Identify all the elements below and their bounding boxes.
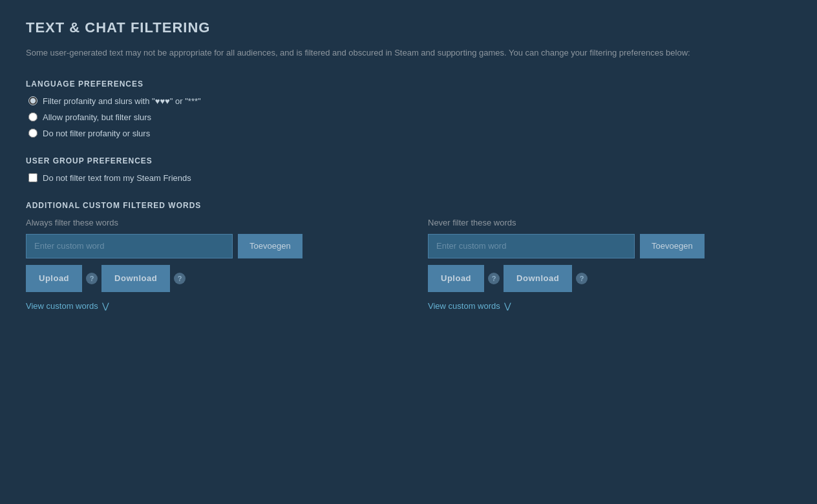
radio-allow-profanity-input[interactable] bbox=[28, 112, 37, 121]
always-filter-view-link[interactable]: View custom words ⋁ bbox=[26, 301, 389, 311]
radio-filter-all[interactable]: Filter profanity and slurs with "♥♥♥" or… bbox=[28, 96, 791, 106]
never-filter-view-link[interactable]: View custom words ⋁ bbox=[428, 301, 791, 311]
always-filter-input[interactable] bbox=[26, 234, 233, 258]
main-container: TEXT & CHAT FILTERING Some user-generate… bbox=[0, 0, 817, 504]
radio-filter-all-input[interactable] bbox=[28, 96, 37, 105]
always-filter-download-help-icon[interactable]: ? bbox=[174, 273, 186, 284]
steam-friends-filter-label: Do not filter text from my Steam Friends bbox=[43, 173, 191, 183]
radio-filter-all-label: Filter profanity and slurs with "♥♥♥" or… bbox=[43, 96, 201, 106]
never-filter-download-button[interactable]: Download bbox=[504, 265, 572, 292]
always-filter-input-row: Toevoegen bbox=[26, 234, 389, 258]
steam-friends-filter-input[interactable] bbox=[28, 173, 37, 182]
always-filter-add-button[interactable]: Toevoegen bbox=[238, 234, 302, 258]
custom-words-title: ADDITIONAL CUSTOM FILTERED WORDS bbox=[26, 201, 791, 210]
radio-no-filter-input[interactable] bbox=[28, 129, 37, 138]
never-filter-view-link-text: View custom words bbox=[428, 301, 500, 311]
language-preferences-section: LANGUAGE PREFERENCES Filter profanity an… bbox=[26, 79, 791, 138]
radio-allow-profanity[interactable]: Allow profanity, but filter slurs bbox=[28, 112, 791, 122]
language-preferences-title: LANGUAGE PREFERENCES bbox=[26, 79, 791, 89]
never-filter-upload-button[interactable]: Upload bbox=[428, 265, 484, 292]
steam-friends-filter-checkbox[interactable]: Do not filter text from my Steam Friends bbox=[28, 173, 791, 183]
always-filter-upload-button[interactable]: Upload bbox=[26, 265, 82, 292]
page-title: TEXT & CHAT FILTERING bbox=[26, 19, 791, 36]
always-filter-button-row: Upload ? Download ? bbox=[26, 265, 389, 292]
never-filter-label: Never filter these words bbox=[428, 218, 791, 227]
user-group-preferences-section: USER GROUP PREFERENCES Do not filter tex… bbox=[26, 156, 791, 183]
never-filter-chevron-icon: ⋁ bbox=[504, 301, 511, 311]
page-description: Some user-generated text may not be appr… bbox=[26, 47, 737, 60]
always-filter-chevron-icon: ⋁ bbox=[102, 301, 109, 311]
never-filter-input[interactable] bbox=[428, 234, 635, 258]
radio-no-filter-label: Do not filter profanity or slurs bbox=[43, 129, 150, 138]
radio-no-filter[interactable]: Do not filter profanity or slurs bbox=[28, 129, 791, 138]
always-filter-download-button[interactable]: Download bbox=[101, 265, 170, 292]
never-filter-download-help-icon[interactable]: ? bbox=[576, 273, 588, 284]
always-filter-column: Always filter these words Toevoegen Uplo… bbox=[26, 218, 389, 311]
never-filter-add-button[interactable]: Toevoegen bbox=[640, 234, 705, 258]
custom-words-section: ADDITIONAL CUSTOM FILTERED WORDS Always … bbox=[26, 201, 791, 311]
custom-words-container: Always filter these words Toevoegen Uplo… bbox=[26, 218, 791, 311]
never-filter-input-row: Toevoegen bbox=[428, 234, 791, 258]
always-filter-upload-help-icon[interactable]: ? bbox=[86, 273, 98, 284]
never-filter-upload-help-icon[interactable]: ? bbox=[488, 273, 500, 284]
always-filter-view-link-text: View custom words bbox=[26, 301, 98, 311]
never-filter-button-row: Upload ? Download ? bbox=[428, 265, 791, 292]
never-filter-column: Never filter these words Toevoegen Uploa… bbox=[428, 218, 791, 311]
language-radio-group: Filter profanity and slurs with "♥♥♥" or… bbox=[28, 96, 791, 138]
always-filter-label: Always filter these words bbox=[26, 218, 389, 227]
user-group-preferences-title: USER GROUP PREFERENCES bbox=[26, 156, 791, 165]
radio-allow-profanity-label: Allow profanity, but filter slurs bbox=[43, 112, 151, 122]
